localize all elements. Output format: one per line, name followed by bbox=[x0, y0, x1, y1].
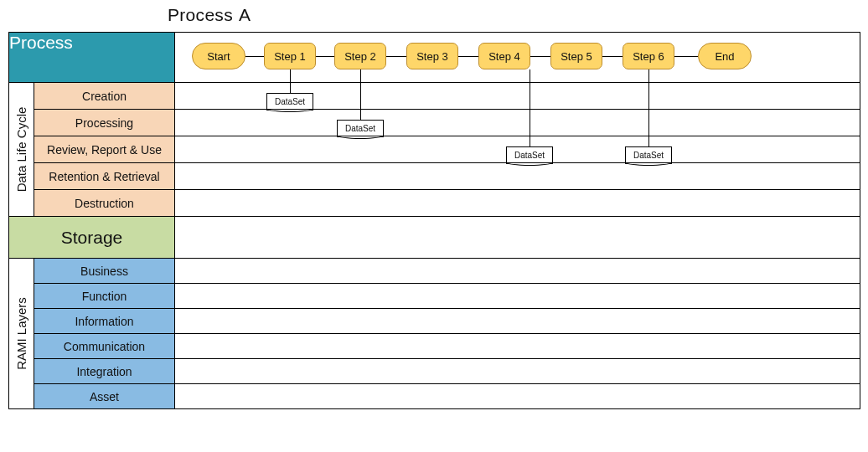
dlc-body-2 bbox=[175, 136, 860, 163]
rami-cat-0: Business bbox=[34, 259, 175, 284]
rami-group-label: RAMI Layers bbox=[14, 297, 28, 370]
flow-node-s3: Step 3 bbox=[406, 43, 458, 69]
rami-cat-1-label: Function bbox=[82, 290, 127, 303]
dlc-row-3: Retention & Retrieval bbox=[9, 163, 860, 190]
dlc-row-1: Processing bbox=[9, 110, 860, 136]
rami-cat-3-label: Communication bbox=[64, 340, 145, 353]
dlc-cat-0-label: Creation bbox=[82, 90, 127, 103]
rami-cat-2-label: Information bbox=[75, 315, 133, 328]
dlc-row-2: Review, Report & Use bbox=[9, 136, 860, 163]
flow-node-end: End bbox=[698, 43, 752, 69]
flow-node-s4: Step 4 bbox=[478, 43, 530, 69]
dlc-cat-3: Retention & Retrieval bbox=[34, 163, 175, 190]
flow-connector bbox=[245, 56, 264, 57]
dlc-cat-0: Creation bbox=[34, 83, 175, 110]
dlc-cat-4: Destruction bbox=[34, 190, 175, 217]
lane-grid: Process StartStep 1Step 2Step 3Step 4Ste… bbox=[8, 32, 860, 409]
rami-body-3 bbox=[175, 334, 860, 359]
dlc-cat-4-label: Destruction bbox=[75, 197, 134, 210]
dlc-cat-1: Processing bbox=[34, 110, 175, 136]
rami-row-5: Asset bbox=[9, 384, 860, 409]
dlc-body-4 bbox=[175, 190, 860, 217]
storage-label: Storage bbox=[61, 228, 123, 248]
flow-connector bbox=[458, 56, 478, 57]
storage-body bbox=[175, 217, 860, 259]
rami-body-4 bbox=[175, 359, 860, 384]
rami-row-4: Integration bbox=[9, 359, 860, 384]
dlc-row-4: Destruction bbox=[9, 190, 860, 217]
rami-cat-4: Integration bbox=[34, 359, 175, 384]
flow-node-s1: Step 1 bbox=[264, 43, 316, 69]
rami-cat-4-label: Integration bbox=[76, 365, 132, 378]
dlc-cat-3-label: Retention & Retrieval bbox=[49, 170, 159, 183]
rami-row-2: Information bbox=[9, 309, 860, 334]
process-header-label: Process bbox=[9, 33, 175, 83]
storage-row: Storage bbox=[9, 217, 860, 259]
dlc-group-label: Data Life Cycle bbox=[14, 107, 28, 193]
flow-node-start: Start bbox=[192, 43, 245, 69]
process-flow: StartStep 1Step 2Step 3Step 4Step 5Step … bbox=[175, 33, 860, 82]
dlc-cat-1-label: Processing bbox=[75, 116, 133, 130]
dlc-body-3 bbox=[175, 163, 860, 190]
rami-body-2 bbox=[175, 309, 860, 334]
dlc-cat-2: Review, Report & Use bbox=[34, 136, 175, 163]
rami-body-5 bbox=[175, 384, 860, 409]
dlc-row-0: Data Life Cycle Creation bbox=[9, 83, 860, 110]
flow-node-s5: Step 5 bbox=[550, 43, 602, 69]
diagram-title: Process A bbox=[168, 5, 251, 25]
flow-connector bbox=[316, 56, 334, 57]
rami-cat-5-label: Asset bbox=[90, 390, 119, 403]
flow-connector bbox=[674, 56, 698, 57]
flow-connector bbox=[602, 56, 623, 57]
dlc-cat-2-label: Review, Report & Use bbox=[47, 143, 162, 157]
process-header-text: Process bbox=[9, 33, 73, 52]
rami-cat-2: Information bbox=[34, 309, 175, 334]
rami-cat-5: Asset bbox=[34, 384, 175, 409]
flow-connector bbox=[386, 56, 406, 57]
rami-cat-1: Function bbox=[34, 284, 175, 309]
rami-row-1: Function bbox=[9, 284, 860, 309]
rami-body-0 bbox=[175, 259, 860, 284]
rami-row-0: RAMI Layers Business bbox=[9, 259, 860, 284]
rami-row-3: Communication bbox=[9, 334, 860, 359]
process-header-row: Process StartStep 1Step 2Step 3Step 4Ste… bbox=[9, 33, 860, 83]
rami-body-1 bbox=[175, 284, 860, 309]
rami-cat-3: Communication bbox=[34, 334, 175, 359]
storage-label-cell: Storage bbox=[9, 217, 175, 259]
flow-node-s2: Step 2 bbox=[334, 43, 386, 69]
flow-node-s6: Step 6 bbox=[623, 43, 674, 69]
dlc-body-0 bbox=[175, 83, 860, 110]
dlc-body-1 bbox=[175, 110, 860, 136]
rami-cat-0-label: Business bbox=[80, 265, 128, 278]
diagram-root: Process A Process StartStep 1Step 2Step … bbox=[0, 0, 868, 452]
flow-connector bbox=[530, 56, 550, 57]
process-lane: StartStep 1Step 2Step 3Step 4Step 5Step … bbox=[175, 33, 860, 83]
